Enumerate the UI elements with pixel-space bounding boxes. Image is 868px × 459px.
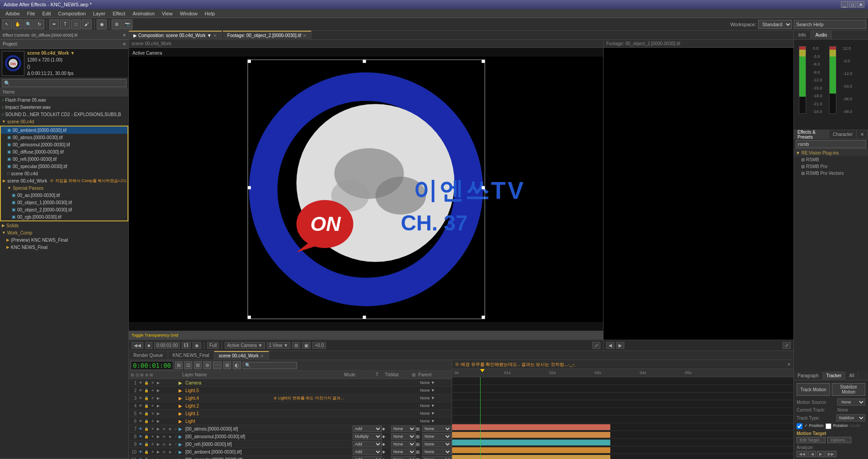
- menu-adobe[interactable]: Adobe: [2, 10, 24, 17]
- project-item-tif-diffuse[interactable]: ▣ 00_diffuse.[0000-0030].tif: [1, 148, 127, 155]
- tl-tab-scene[interactable]: scene 00.c4d_Work ✕: [214, 351, 269, 360]
- tab-footage[interactable]: Footage: 00_object_2.[0000-0030].tif ✕: [223, 31, 311, 40]
- tl-search-input[interactable]: [243, 362, 297, 369]
- project-item-folder-c4d[interactable]: ▼ scene 00.c4d: [0, 118, 128, 125]
- layer-row-3[interactable]: 3 👁 🔒 ☀ ▶ ▶ Light.4 ※ Light의 변화를 줘도 마찬가지…: [129, 394, 452, 402]
- options-btn[interactable]: Options...: [827, 437, 851, 443]
- menu-animation[interactable]: Animation: [129, 10, 158, 17]
- tl-ctrl-btn1[interactable]: ⊞: [175, 361, 183, 369]
- eye-switch-4[interactable]: 👁: [138, 403, 143, 408]
- project-item-tif-ao[interactable]: ▣ 00_ao.[0000-0030].tif: [1, 192, 127, 199]
- menu-edit[interactable]: Edit: [39, 10, 55, 17]
- tab-paragraph[interactable]: Paragraph: [794, 371, 823, 380]
- project-item-folder-solids[interactable]: ▶ Solids: [0, 222, 128, 229]
- layer-expand-4[interactable]: ▶: [179, 403, 182, 408]
- eye-switch-6[interactable]: 👁: [138, 418, 143, 424]
- project-item-comp-preview[interactable]: ▶ (Preview) KNC NEWS_Final: [0, 236, 128, 244]
- effect-item-rsmb-pro-vectors[interactable]: ⊞ RSMB Pro Vectors: [794, 170, 868, 177]
- layer-row-5[interactable]: 5 👁 🔒 ☀ ▶ ▶ Light.1: [129, 410, 452, 417]
- tab-all[interactable]: All: [845, 371, 858, 380]
- motion-blur-4[interactable]: ▶: [156, 403, 161, 408]
- effect-item-rsmb[interactable]: ⊞ RSMB: [794, 156, 868, 163]
- solo-switch-5[interactable]: ☀: [150, 411, 155, 416]
- tl-bar-11[interactable]: [452, 455, 610, 459]
- eye-switch-2[interactable]: 👁: [138, 388, 143, 393]
- layer-parent-5[interactable]: None ▼: [420, 411, 452, 416]
- switch8b[interactable]: /: [173, 434, 179, 439]
- toolbar-3d-camera[interactable]: 📷: [123, 19, 132, 29]
- project-item-tif-rgb[interactable]: ▣ 00_rgb.[0000-0030].tif: [1, 213, 127, 220]
- layer-row-11[interactable]: 11 👁 🔒 ☀ ▶ fx ◈ / ▶ [00_spec: [129, 456, 452, 459]
- tl-close-btn[interactable]: ✕: [787, 362, 791, 367]
- audio-switch-5[interactable]: 🔒: [144, 411, 149, 416]
- project-item-tif-refi[interactable]: ▣ 00_refi.[0000-0030].tif: [1, 155, 127, 163]
- switch9a[interactable]: ◈: [167, 441, 173, 447]
- track-type-select[interactable]: Stabilize: [836, 414, 865, 422]
- layer-parent-10[interactable]: None: [422, 449, 452, 455]
- layer-expand-3[interactable]: ▶: [179, 396, 182, 401]
- layer-expand-2[interactable]: ▶: [179, 388, 182, 393]
- audio-switch-8[interactable]: 🔒: [144, 434, 149, 439]
- transparency-btn[interactable]: ▣: [302, 342, 311, 349]
- toolbar-select[interactable]: ↖: [2, 19, 12, 29]
- solo-switch-1[interactable]: ☀: [150, 380, 155, 385]
- eye-switch-1[interactable]: 👁: [138, 380, 143, 385]
- layer-parent-8[interactable]: None: [422, 433, 452, 440]
- motion-source-select[interactable]: None: [837, 398, 865, 406]
- toolbar-zoom[interactable]: 🔍: [24, 19, 33, 29]
- playhead-marker[interactable]: [480, 369, 485, 377]
- project-item-tif-obj1[interactable]: ▣ 00_object_1.[0000-0030].tif: [1, 199, 127, 206]
- menu-view[interactable]: View: [158, 10, 176, 17]
- layer-parent-3[interactable]: None ▼: [420, 396, 452, 400]
- project-item-tif-specular[interactable]: ▣ 00_specular.[0000-0030].tif: [1, 163, 127, 170]
- solo-switch-6[interactable]: ☀: [150, 418, 155, 424]
- effects-switch-8[interactable]: fx: [161, 434, 167, 439]
- motion-blur-7[interactable]: ▶: [156, 426, 161, 431]
- tl-tab-close[interactable]: ✕: [260, 354, 264, 358]
- exposure-btn[interactable]: +0.0: [312, 342, 326, 349]
- tab-info[interactable]: Info: [794, 31, 811, 40]
- project-item-wav2[interactable]: ♪ Impact Sweetener.wav: [0, 103, 128, 111]
- layer-row-2[interactable]: 2 👁 🔒 ☀ ▶ ▶ Light.5: [129, 387, 452, 394]
- eye-switch-5[interactable]: 👁: [138, 411, 143, 416]
- stabilize-motion-btn[interactable]: Stabilize Motion: [832, 383, 865, 396]
- toolbar-text[interactable]: T: [60, 19, 70, 29]
- tl-ctrl-btn5[interactable]: ⋯: [213, 361, 222, 369]
- solo-switch-10[interactable]: ☀: [150, 449, 155, 454]
- layer-parent-7[interactable]: None: [422, 426, 452, 432]
- tab-audio[interactable]: Audio: [811, 31, 832, 40]
- close-btn[interactable]: ✕: [857, 1, 864, 8]
- comp-tab-close[interactable]: ✕: [213, 33, 217, 38]
- layer-mode-select-7[interactable]: Add: [353, 426, 382, 432]
- layer-parent-2[interactable]: None ▼: [420, 388, 452, 393]
- layer-parent-select-1[interactable]: None ▼: [420, 380, 452, 385]
- menu-effect[interactable]: Effect: [109, 10, 129, 17]
- project-item-folder-special[interactable]: ▼ Special Passes: [1, 184, 127, 192]
- tl-ctrl-btn7[interactable]: ◐: [233, 361, 241, 369]
- project-item-tif-ambient[interactable]: ▣ 00_ambient.[0000-0030].tif: [1, 126, 127, 134]
- toolbar-paint[interactable]: 🖌: [82, 19, 92, 29]
- layer-expand-7[interactable]: ▶: [179, 426, 182, 431]
- analyze-fwd-all-btn[interactable]: ▶▶: [826, 451, 836, 457]
- menu-composition[interactable]: Composition: [55, 10, 90, 17]
- layer-row-10[interactable]: 10 👁 🔒 ☀ ▶ fx ◈ / ▶ [00_ambi: [129, 448, 452, 456]
- eye-switch-8[interactable]: 👁: [138, 434, 143, 439]
- view-select[interactable]: 1 View ▼: [267, 342, 291, 349]
- layer-mode-select-10[interactable]: Add: [353, 449, 382, 455]
- analyze-fwd-btn[interactable]: ▶: [817, 451, 825, 457]
- project-panel-menu[interactable]: ≡: [123, 42, 126, 47]
- toolbar-snap[interactable]: ⊞: [112, 19, 122, 29]
- tab-tracker[interactable]: Tracker: [823, 371, 846, 380]
- play-stop-btn[interactable]: ■: [145, 342, 152, 349]
- effect-category-revplugins[interactable]: ▼ RE:Vision Plug-ins: [794, 149, 868, 156]
- audio-switch-10[interactable]: 🔒: [144, 449, 149, 454]
- menu-help[interactable]: Help: [201, 10, 219, 17]
- tab-composition[interactable]: ▶ Composition: scene 00.c4d_Work ▼ ✕: [129, 31, 222, 40]
- audio-switch-6[interactable]: 🔒: [144, 418, 149, 424]
- layer-trkmat-7[interactable]: None: [391, 426, 416, 432]
- layer-parent-4[interactable]: None ▼: [420, 403, 452, 408]
- audio-switch-3[interactable]: 🔒: [144, 395, 149, 401]
- tl-timecode[interactable]: 0:00:01:00: [131, 361, 173, 370]
- solo-switch-4[interactable]: ☀: [150, 403, 155, 408]
- eye-switch-3[interactable]: 👁: [138, 395, 143, 401]
